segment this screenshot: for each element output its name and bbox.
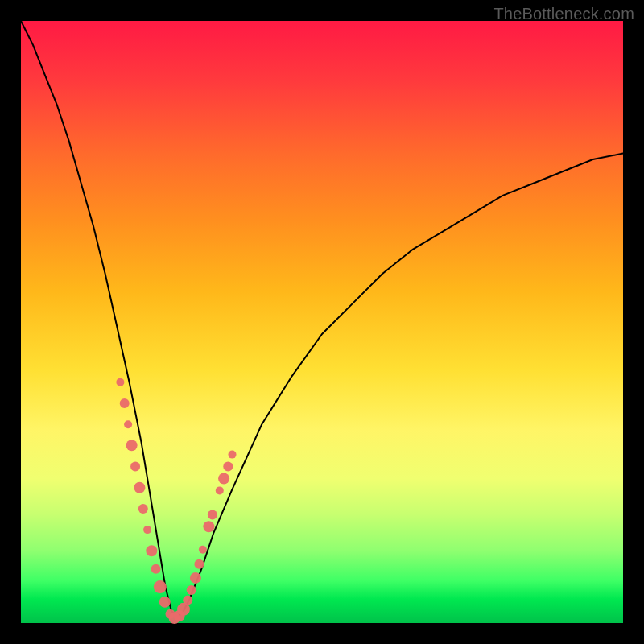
data-point xyxy=(194,559,204,569)
data-point xyxy=(126,440,138,451)
data-point xyxy=(199,546,207,554)
bottleneck-curve xyxy=(21,21,623,617)
curve-layer xyxy=(21,21,623,623)
data-point xyxy=(151,564,161,574)
data-point xyxy=(138,504,148,514)
plot-area xyxy=(21,21,623,623)
data-point xyxy=(159,597,171,608)
data-point xyxy=(146,545,157,556)
data-point xyxy=(229,451,237,459)
data-point xyxy=(203,521,214,532)
data-point xyxy=(187,585,196,595)
data-point xyxy=(190,572,201,584)
data-point xyxy=(130,462,140,472)
watermark-text: TheBottleneck.com xyxy=(493,5,634,23)
data-point xyxy=(124,420,132,428)
data-point xyxy=(134,482,145,493)
data-point xyxy=(216,486,224,494)
data-point xyxy=(116,378,124,386)
data-point xyxy=(154,580,167,593)
data-point xyxy=(183,596,192,605)
data-point xyxy=(120,398,130,408)
data-point xyxy=(143,526,151,534)
data-point xyxy=(223,462,233,472)
data-point xyxy=(218,473,229,485)
chart-frame: TheBottleneck.com xyxy=(0,0,644,644)
data-point xyxy=(208,510,217,519)
